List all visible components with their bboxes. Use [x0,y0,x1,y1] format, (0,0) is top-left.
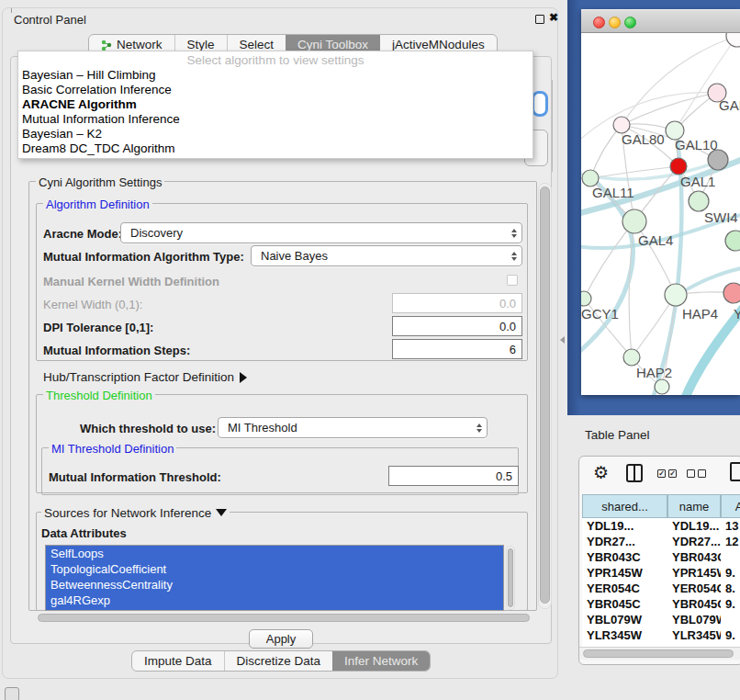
minimize-traffic-light-icon[interactable] [609,17,621,28]
column-header[interactable]: A [721,494,740,518]
node-label: SWI4 [704,209,738,225]
apply-button[interactable]: Apply [249,629,313,649]
table-cell: YER054C [667,581,721,596]
network-node-hap2[interactable] [623,349,640,366]
mi-threshold-group-title: MI Threshold Definition [49,442,176,456]
table-cell: 9. [721,565,740,581]
table-cell: 13 [721,518,740,534]
network-node-gcy1[interactable] [581,291,591,306]
attribute-item[interactable]: TopologicalCoefficient [46,561,503,577]
which-threshold-combobox[interactable]: MI Threshold [218,417,488,438]
tab-label: Infer Network [344,654,418,668]
dropdown-item[interactable]: ARACNE Algorithm [18,97,533,112]
network-node-gal4[interactable] [622,209,646,233]
dropdown-item[interactable]: Mutual Information Inference [18,112,533,127]
tab-discretize-data[interactable]: Discretize Data [224,651,333,671]
table-cell: YPR145W [667,565,721,581]
dropdown-item[interactable]: Bayesian – Hill Climbing [18,68,533,83]
spinner-icon [511,252,517,261]
splitter-collapse-icon[interactable] [560,336,565,344]
manual-kernel-checkbox [507,275,518,286]
close-icon[interactable]: ✖ [549,11,558,24]
network-node-swi4[interactable] [689,191,709,211]
table-cell [721,549,740,565]
node-label: GAL1 [680,174,715,189]
table-hscrollbar-thumb[interactable] [583,649,734,658]
table-row[interactable]: YLR345WYLR345W9. [582,627,740,643]
tab-infer-network[interactable]: Infer Network [332,651,430,671]
table-cell: 8. [721,581,740,596]
table-row[interactable]: YPR145WYPR145W9. [582,565,740,581]
network-node[interactable] [726,33,740,47]
table-cell: YPR145W [582,565,667,581]
table-hscrollbar-track[interactable] [579,647,740,660]
network-node-gal1[interactable] [670,158,687,175]
deselect-all-checkboxes-icon[interactable] [687,469,706,478]
mi-type-combobox[interactable]: Naive Bayes [251,245,522,266]
close-traffic-light-icon[interactable] [593,17,605,28]
tab-label: jActiveMNodules [392,38,485,51]
settings-hscrollbar-thumb[interactable] [38,614,530,622]
tab-impute-data[interactable]: Impute Data [132,651,224,671]
table-cell: YLR345W [667,627,721,643]
table-row[interactable]: YDL19...YDL19...13 [582,518,740,534]
table-cell: YBR043C [667,549,721,565]
column-header[interactable]: shared... [582,494,667,518]
dropdown-item[interactable]: Basic Correlation Inference [18,83,533,97]
table-cell [721,612,740,627]
threshold-title: Threshold Definition [43,389,155,402]
data-attributes-list[interactable]: SelfLoopsTopologicalCoefficientBetweenne… [45,545,504,611]
table-row[interactable]: YBL079WYBL079W [582,612,740,627]
table-row[interactable]: YBR043CYBR043C [582,549,740,565]
column-header[interactable]: name [667,494,721,518]
zoom-traffic-light-icon[interactable] [624,17,636,28]
network-node-y[interactable] [723,283,740,303]
settings-scrollbar-thumb[interactable] [540,186,550,604]
node-label: GAL [719,97,740,113]
network-node[interactable] [655,379,669,394]
mi-threshold-label: Mutual Information Threshold: [49,470,221,484]
dropdown-item[interactable]: Bayesian – K2 [18,127,533,141]
occluded-groupbox-border [552,80,553,172]
network-node[interactable] [708,150,728,170]
network-node-hap4[interactable] [665,284,687,306]
table-row[interactable]: YDR27...YDR27...12 [582,534,740,549]
table-cell: YLR345W [582,627,667,643]
column-layout-icon[interactable] [626,464,643,482]
table-row[interactable]: YBR045CYBR045C9. [582,596,740,612]
network-node[interactable] [725,231,740,251]
network-canvas[interactable]: GALGAL80GAL10GAL1GAL11SWI4GAL4GCY1HAP4YH… [581,33,740,395]
aracne-mode-label: Aracne Mode: [43,227,122,241]
table-cell: YDL19... [667,518,721,534]
tab-label: Style [187,38,215,51]
select-all-checkboxes-icon[interactable]: ✓✓ [657,469,677,478]
control-panel-title: Control Panel [14,13,86,27]
attribute-item[interactable]: SelfLoops [46,546,503,561]
node-label: GAL80 [622,131,665,147]
attribute-item[interactable]: gal4RGexp [46,593,503,608]
attribute-item[interactable]: BetweennessCentrality [46,577,503,593]
settings-scrollbar-track[interactable] [538,183,552,609]
tab-label: Network [117,38,163,51]
gear-icon[interactable]: ⚙ [593,462,609,483]
tab-label: Select [240,38,275,51]
attributes-scrollbar-track[interactable] [506,546,515,610]
table-cell: 12 [721,534,740,549]
dpi-tolerance-field[interactable]: 0.0 [392,316,522,336]
tab-label: Impute Data [144,654,212,668]
aracne-mode-combobox[interactable]: Discovery [120,222,522,243]
function-builder-icon[interactable] [730,462,740,481]
table-cell: YER054C [582,581,667,596]
float-window-icon[interactable] [535,15,544,24]
mi-type-value: Naive Bayes [261,249,328,263]
attributes-scrollbar-thumb[interactable] [508,548,513,607]
table-row[interactable]: YER054CYER054C8. [582,581,740,596]
sources-expander[interactable]: Sources for Network Inference [41,506,230,520]
dropdown-item[interactable]: Dream8 DC_TDC Algorithm [18,141,533,156]
mi-threshold-field[interactable]: 0.5 [388,466,519,486]
mi-steps-field[interactable]: 6 [392,339,522,359]
table-cell: YDR27... [667,534,721,549]
minimized-panel-icon[interactable] [5,687,19,700]
network-window-titlebar[interactable] [581,9,740,33]
hub-expander[interactable]: Hub/Transcription Factor Definition [43,370,247,384]
